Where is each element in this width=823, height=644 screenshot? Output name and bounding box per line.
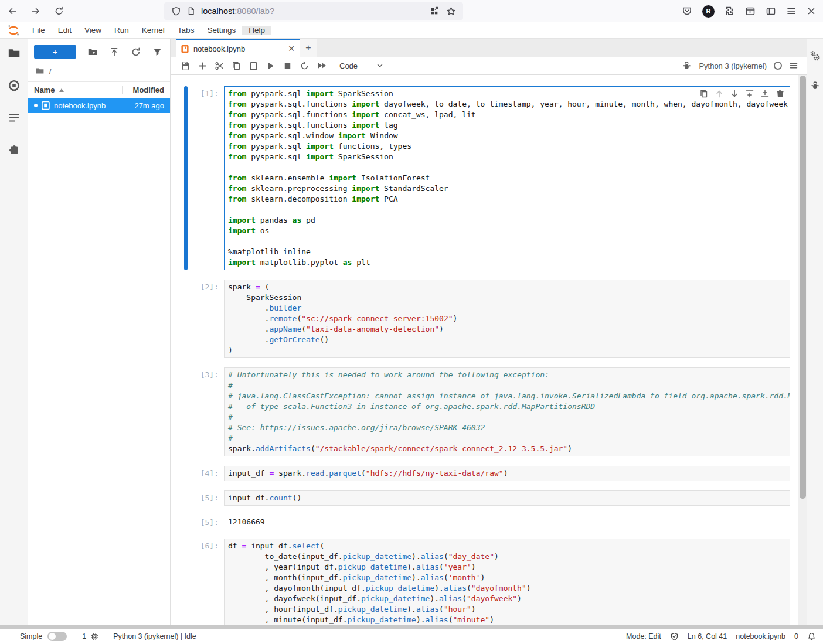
new-folder-icon[interactable]	[87, 47, 98, 57]
notebook-scrollbar[interactable]	[798, 75, 807, 625]
filter-icon[interactable]	[152, 47, 162, 57]
tab-close-icon[interactable]: ✕	[288, 44, 295, 53]
notebook-tab[interactable]: notebook.ipynb ✕	[176, 39, 300, 57]
restart-kernel-button[interactable]	[296, 58, 313, 73]
menu-help[interactable]: Help	[242, 26, 271, 35]
menu-run[interactable]: Run	[108, 26, 135, 35]
cell-editor[interactable]: spark = ( SparkSession .builder .remote(…	[224, 280, 790, 358]
cell-collapser	[184, 539, 188, 625]
archive-icon[interactable]	[745, 6, 756, 16]
bookmark-star-icon[interactable]	[446, 6, 456, 16]
cell-collapser	[184, 367, 188, 456]
new-tab-button[interactable]: +	[300, 39, 317, 57]
cut-cells-button[interactable]	[211, 58, 228, 73]
sidebar-toggle-icon[interactable]	[766, 6, 776, 16]
kernel-status-text[interactable]: Python 3 (ipykernel) | Idle	[113, 632, 196, 640]
cell-editor[interactable]: df = input_df.select( to_date(input_df.p…	[224, 539, 790, 625]
debugger-sidebar-icon[interactable]	[810, 81, 820, 91]
left-activity-rail	[0, 39, 28, 625]
notebook-cell: [2]:spark = ( SparkSession .builder .rem…	[184, 280, 790, 358]
kernel-name[interactable]: Python 3 (ipykernel)	[699, 62, 767, 70]
browser-back-icon[interactable]	[7, 6, 18, 16]
run-cell-button[interactable]	[262, 58, 279, 73]
cell-collapser	[184, 280, 188, 358]
insert-cell-button[interactable]	[194, 58, 211, 73]
duplicate-cell-icon[interactable]	[699, 88, 709, 99]
cell-collapser	[184, 466, 188, 481]
breadcrumb[interactable]: /	[28, 62, 170, 77]
menu-settings[interactable]: Settings	[200, 26, 242, 35]
modified-column-header[interactable]: Modified	[122, 86, 164, 94]
folder-icon[interactable]	[35, 66, 45, 76]
pocket-icon[interactable]	[682, 6, 692, 16]
move-cell-up-icon[interactable]	[714, 88, 725, 99]
menu-file[interactable]: File	[26, 26, 52, 35]
page-info-icon[interactable]	[186, 6, 196, 16]
copy-cells-button[interactable]	[228, 58, 245, 73]
extension-manager-icon[interactable]	[8, 144, 21, 156]
window-close-icon[interactable]	[807, 6, 816, 16]
table-of-contents-icon[interactable]	[8, 111, 21, 124]
code-line	[228, 236, 786, 247]
input-prompt: [4]:	[191, 466, 224, 481]
delete-cell-icon[interactable]	[775, 88, 785, 99]
move-cell-down-icon[interactable]	[729, 88, 740, 99]
bell-icon[interactable]	[807, 632, 816, 641]
sort-ascending-icon[interactable]	[59, 88, 64, 92]
file-browser-icon[interactable]	[8, 47, 21, 60]
status-bar: Simple 1 Python 3 (ipykernel) | Idle Mod…	[0, 629, 823, 644]
profile-avatar[interactable]: R	[702, 5, 715, 18]
notebook-menu-icon[interactable]	[789, 61, 798, 70]
name-column-header[interactable]: Name	[34, 86, 55, 94]
shield-icon[interactable]	[171, 6, 181, 16]
upload-icon[interactable]	[109, 47, 120, 57]
code-line: %matplotlib inline	[228, 247, 786, 257]
browser-reload-icon[interactable]	[54, 6, 64, 16]
browser-forward-icon[interactable]	[30, 6, 41, 16]
insert-cell-above-icon[interactable]	[744, 88, 755, 99]
notification-count[interactable]: 0	[794, 632, 798, 640]
running-sessions-icon[interactable]	[8, 79, 21, 92]
scrollbar-thumb[interactable]	[800, 76, 806, 499]
cell-editor[interactable]: input_df = spark.read.parquet("hdfs://hd…	[224, 466, 790, 481]
simple-mode-toggle[interactable]	[47, 632, 67, 641]
extensions-icon[interactable]	[725, 6, 735, 16]
file-list-item[interactable]: notebook.ipynb 27m ago	[28, 98, 170, 113]
code-line: , month(input_df.pickup_datetime).alias(…	[228, 573, 786, 583]
kernel-chip-icon[interactable]	[90, 632, 99, 641]
url-bar[interactable]: localhost:8080/lab?	[164, 2, 463, 20]
code-line: , minute(input_df.pickup_datetime).alias…	[228, 615, 786, 625]
menu-view[interactable]: View	[78, 26, 108, 35]
menu-kernel[interactable]: Kernel	[135, 26, 171, 35]
cell-editor[interactable]: input_df.count()	[224, 490, 790, 506]
chevron-down-icon	[376, 62, 383, 69]
code-line: .appName("taxi-data-anomaly-detection")	[228, 324, 786, 335]
mode-indicator[interactable]: Mode: Edit	[626, 632, 661, 640]
menu-tabs[interactable]: Tabs	[171, 26, 201, 35]
menu-edit[interactable]: Edit	[52, 26, 78, 35]
url-text[interactable]: localhost:8080/lab?	[201, 6, 274, 16]
new-launcher-button[interactable]: +	[34, 45, 76, 59]
containers-grid-icon[interactable]	[430, 6, 439, 16]
code-line: from sklearn.decomposition import PCA	[228, 194, 786, 205]
insert-cell-below-icon[interactable]	[760, 88, 770, 99]
kernel-count[interactable]: 1	[82, 632, 86, 640]
breadcrumb-root[interactable]: /	[49, 67, 52, 76]
cell-collapser[interactable]	[184, 86, 188, 270]
property-inspector-icon[interactable]	[810, 50, 821, 62]
cell-editor[interactable]: from pyspark.sql import SparkSessionfrom…	[224, 86, 790, 270]
notebook-tab-title: notebook.ipynb	[193, 45, 245, 53]
kernel-status-icon[interactable]	[774, 62, 782, 70]
restart-run-all-button[interactable]	[313, 58, 330, 73]
refresh-icon[interactable]	[131, 47, 141, 57]
browser-menu-icon[interactable]	[786, 6, 797, 16]
cell-editor[interactable]: # Unfortunately this is needed to work a…	[224, 367, 790, 456]
paste-cells-button[interactable]	[245, 58, 262, 73]
cursor-position[interactable]: Ln 6, Col 41	[688, 632, 727, 640]
code-line: .getOrCreate()	[228, 335, 786, 345]
cell-type-dropdown[interactable]: Code	[339, 62, 383, 70]
code-line: from pyspark.sql.functions import lag	[228, 120, 786, 131]
interrupt-kernel-button[interactable]	[279, 58, 296, 73]
save-button[interactable]	[177, 58, 194, 73]
debugger-bug-icon[interactable]	[682, 61, 692, 71]
